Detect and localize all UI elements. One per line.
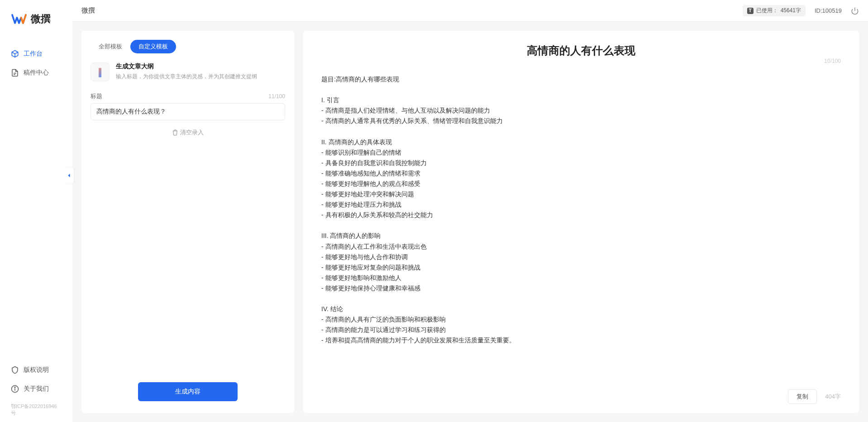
nav-label: 版权说明 [24,366,49,374]
tab-custom-templates[interactable]: 自定义模板 [130,40,176,53]
template-title: 生成文章大纲 [116,62,257,71]
title-field-label: 标题 [91,92,102,100]
left-panel: 全部模板 自定义模板 ∥ 生成文章大纲 输入标题，为你提供文章主体的灵感，并为其… [81,31,294,413]
usage-value: 45641字 [781,7,801,14]
content: 全部模板 自定义模板 ∥ 生成文章大纲 输入标题，为你提供文章主体的灵感，并为其… [72,22,868,422]
document-body[interactable]: 题目:高情商的人有哪些表现 I. 引言 - 高情商是指人们处理情绪、与他人互动以… [321,74,841,382]
brand-name: 微撰 [31,12,51,26]
icp-text: 鄂ICP备2022016946号 [4,399,69,417]
usage-pill[interactable]: T 已使用： 45641字 [743,5,806,16]
template-tabs: 全部模板 自定义模板 [91,40,285,53]
clear-label: 清空录入 [180,128,204,137]
power-button[interactable] [851,7,859,15]
sidebar-nav: 工作台 稿件中心 [0,45,72,361]
copy-button[interactable]: 复制 [788,389,817,404]
right-panel: 高情商的人有什么表现 10/100 题目:高情商的人有哪些表现 I. 引言 - … [303,31,859,413]
brand-logo: 微撰 [0,11,72,45]
chevron-left-icon [67,173,72,178]
cube-icon [11,50,19,58]
nav-workspace[interactable]: 工作台 [4,45,69,62]
logo-icon [11,11,27,27]
info-icon [11,385,19,393]
trash-icon [172,129,178,136]
usage-badge-icon: T [747,8,754,14]
sidebar-footer: 版权说明 关于我们 鄂ICP备2022016946号 [0,361,72,417]
nav-copyright[interactable]: 版权说明 [4,361,69,379]
topbar: 微撰 T 已使用： 45641字 ID:100519 [72,0,868,22]
sidebar-collapse-handle[interactable] [65,167,74,184]
generate-button[interactable]: 生成内容 [138,382,238,401]
main: 微撰 T 已使用： 45641字 ID:100519 全部模板 自定义模板 ∥ [72,0,868,422]
user-id: ID:100519 [815,7,842,14]
document-word-count: 404字 [825,393,841,401]
template-icon: ∥ [91,62,110,81]
document-icon [11,69,19,77]
nav-label: 关于我们 [24,385,49,393]
title-input[interactable] [91,103,285,120]
nav-label: 工作台 [24,50,43,58]
tab-all-templates[interactable]: 全部模板 [91,40,130,53]
document-title-count: 10/100 [824,58,841,64]
template-desc: 输入标题，为你提供文章主体的灵感，并为其创建推文提纲 [116,72,257,81]
nav-label: 稿件中心 [24,69,49,77]
sidebar: 微撰 工作台 稿件中心 版权说明 关于我们 鄂ICP备2022016946号 [0,0,72,422]
power-icon [851,7,859,15]
clear-input-button[interactable]: 清空录入 [91,128,285,137]
usage-prefix: 已使用： [756,7,778,14]
nav-about[interactable]: 关于我们 [4,380,69,398]
title-char-count: 11/100 [268,93,285,100]
shield-icon [11,366,19,374]
document-footer: 复制 404字 [321,382,841,404]
nav-drafts[interactable]: 稿件中心 [4,64,69,81]
topbar-title: 微撰 [81,6,95,15]
template-card: ∥ 生成文章大纲 输入标题，为你提供文章主体的灵感，并为其创建推文提纲 [91,62,285,81]
document-title[interactable]: 高情商的人有什么表现 [321,43,841,58]
svg-point-2 [14,387,15,388]
